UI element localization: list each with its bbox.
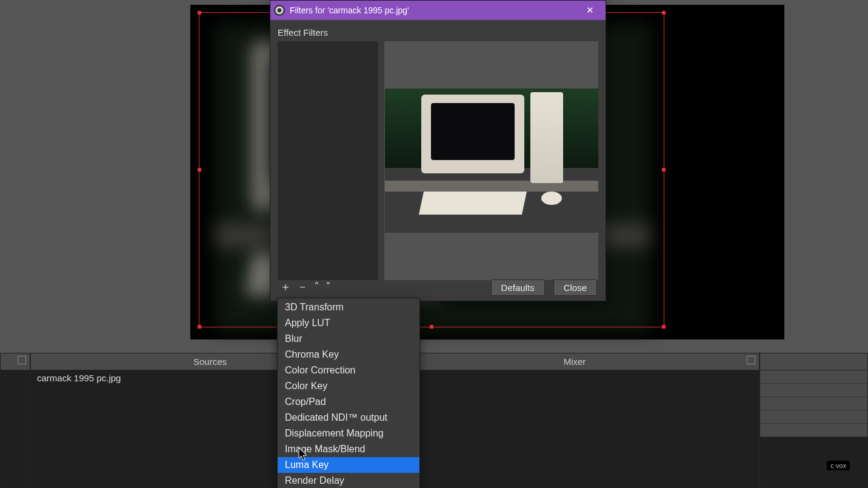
context-menu-item[interactable]: Crop/Pad: [278, 394, 419, 410]
scenes-panel: [0, 353, 30, 488]
add-filter-icon[interactable]: ＋: [280, 281, 291, 292]
context-menu-item[interactable]: 3D Transform: [278, 299, 419, 315]
resize-handle[interactable]: [198, 325, 201, 329]
close-button[interactable]: Close: [553, 279, 597, 296]
filter-list[interactable]: [278, 41, 378, 280]
control-button[interactable]: [760, 370, 867, 384]
context-menu-item[interactable]: Luma Key: [278, 457, 419, 473]
add-filter-context-menu[interactable]: 3D TransformApply LUTBlurChroma KeyColor…: [277, 298, 420, 488]
control-button[interactable]: [760, 424, 867, 437]
context-menu-item[interactable]: Image Mask/Blend: [278, 441, 419, 457]
remove-filter-icon[interactable]: －: [297, 281, 308, 292]
defaults-button[interactable]: Defaults: [491, 279, 545, 296]
control-button[interactable]: [760, 384, 867, 397]
filters-dialog: Filters for 'carmack 1995 pc.jpg' ✕ Effe…: [270, 0, 606, 301]
context-menu-item[interactable]: Displacement Mapping: [278, 426, 419, 441]
context-menu-item[interactable]: Color Correction: [278, 363, 419, 378]
sources-title: Sources: [193, 356, 227, 367]
context-menu-item[interactable]: Dedicated NDI™ output: [278, 410, 419, 426]
resize-handle[interactable]: [662, 11, 666, 15]
mixer-title: Mixer: [564, 356, 586, 367]
filter-preview: [384, 41, 598, 280]
dialog-body: Effect Filters ＋ － ˄ ˅: [270, 20, 606, 301]
context-menu-item[interactable]: Color Key: [278, 378, 419, 394]
resize-handle[interactable]: [662, 325, 666, 329]
context-menu-item[interactable]: Render Delay: [278, 473, 419, 488]
move-down-icon[interactable]: ˅: [326, 281, 331, 292]
controls-panel: [760, 353, 868, 488]
preview-image: [385, 89, 598, 233]
controls-header: [760, 353, 867, 370]
control-button[interactable]: [760, 397, 867, 410]
popout-icon[interactable]: [18, 356, 26, 364]
dialog-titlebar[interactable]: Filters for 'carmack 1995 pc.jpg' ✕: [270, 1, 606, 20]
context-menu-item[interactable]: Apply LUT: [278, 315, 419, 331]
scenes-header: [1, 353, 30, 370]
effect-filters-label: Effect Filters: [278, 25, 598, 41]
resize-handle[interactable]: [198, 11, 201, 15]
obs-logo-icon: [274, 5, 285, 16]
mixer-panel: Mixer: [390, 353, 760, 488]
scenes-body[interactable]: [1, 370, 30, 487]
dialog-button-row: Defaults Close: [491, 279, 597, 296]
move-up-icon[interactable]: ˄: [314, 281, 319, 292]
controls-body: [760, 370, 867, 487]
context-menu-item[interactable]: Blur: [278, 331, 419, 347]
mixer-header: Mixer: [390, 353, 759, 370]
dialog-close-button[interactable]: ✕: [578, 1, 602, 20]
dialog-title: Filters for 'carmack 1995 pc.jpg': [290, 5, 578, 15]
watermark-chip: c vox: [827, 461, 850, 470]
resize-handle[interactable]: [198, 168, 201, 172]
mixer-body[interactable]: [390, 370, 759, 487]
bottom-docks: Sources carmack 1995 pc.jpg Mixer: [0, 353, 868, 488]
resize-handle[interactable]: [430, 325, 433, 329]
resize-handle[interactable]: [662, 168, 666, 172]
control-button[interactable]: [760, 410, 867, 424]
context-menu-item[interactable]: Chroma Key: [278, 347, 419, 363]
popout-icon[interactable]: [747, 356, 755, 364]
